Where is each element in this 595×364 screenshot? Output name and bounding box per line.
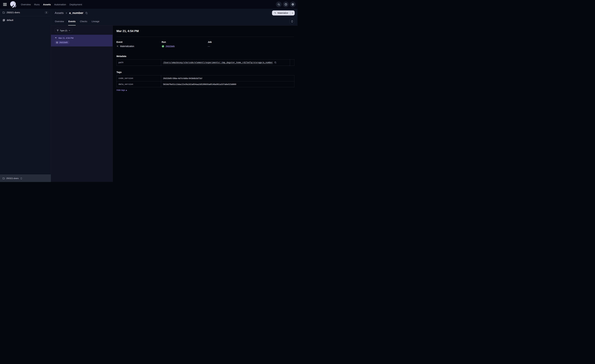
search-icon[interactable] [276,1,282,7]
event-list-item-selected[interactable]: Mar 21, 4:54 PM 2fd32b85 [51,35,113,47]
asset-group-icon [2,19,5,21]
nav-item-deployment[interactable]: Deployment [70,3,82,6]
copy-asset-name-icon[interactable] [85,11,88,15]
job-column: Job — [208,41,294,48]
metadata-key: path [117,60,161,66]
tab-events[interactable]: Events [68,17,76,25]
materialize-button[interactable]: Materialize [272,10,290,15]
footer-location-name: 250321-dvers [6,177,19,180]
materialize-dropdown-caret-icon[interactable]: ▾ [290,10,295,15]
table-end-cell [290,60,294,66]
asset-name: a_number [69,11,83,15]
nav-item-assets[interactable]: Assets [43,3,51,6]
dagster-logo-icon[interactable] [9,1,17,8]
asset-catalog-sidebar: 250321-dvers 1 default 250321-dvers [0,9,51,182]
job-col-label: Job [208,41,294,43]
run-target-icon [56,42,58,44]
sidebar-item-group-default[interactable]: default [0,16,51,24]
breadcrumb-assets-link[interactable]: Assets [55,11,64,15]
run-id-link[interactable]: 2fd32b85 [166,45,175,48]
chevron-right-icon [65,12,68,14]
refresh-icon[interactable] [289,19,295,24]
table-row: path /Users/smackesey/stm/code/elementl/… [117,60,294,66]
run-column: Run 2fd32b85 [162,41,208,48]
tag-value: 2fd32b85-59be-4d7d-8d6e-943b6b3d73cf [163,77,202,79]
help-icon[interactable] [283,1,289,7]
asset-count-badge: 1 [44,11,48,14]
tab-overview[interactable]: Overview [55,17,64,25]
filter-label: Type (2) [60,29,67,32]
hide-tags-label: Hide tags [116,89,125,91]
asset-tabs: Overview Events Checks Lineage [51,17,298,25]
table-row: code_version 2fd32b85-59be-4d7d-8d6e-943… [117,76,294,81]
folder-icon [2,177,5,180]
sidebar-spacer [0,24,51,175]
asset-page-header: Assets a_number Materialize ▾ [51,9,298,26]
materialize-label: Materialize [277,12,288,14]
caret-up-icon: ▲ [126,89,127,91]
tag-key: data_version [117,81,161,87]
detail-divider [116,37,294,37]
filter-funnel-icon [57,29,59,32]
tab-checks[interactable]: Checks [80,17,87,25]
menu-icon[interactable] [2,1,8,7]
hide-tags-link[interactable]: Hide tags ▲ [116,89,127,91]
tags-heading: Tags [116,71,294,73]
sidebar-item-code-location[interactable]: 250321-dvers 1 [0,9,51,16]
event-type-filter-button[interactable]: Type (2) [55,28,72,33]
event-type: Materialization [120,45,134,48]
chevron-down-icon [69,29,70,31]
top-nav: Overview Runs Assets Automation Deployme… [0,0,298,9]
event-column: Event Materialization [116,41,162,48]
folder-icon [2,11,5,14]
materialization-sparkle-icon [55,37,57,39]
materialization-sparkle-icon [116,45,119,48]
event-col-label: Event [116,41,162,43]
nav-item-overview[interactable]: Overview [21,3,31,6]
events-list-panel: Type (2) Mar 21, 4:54 PM [51,26,113,182]
tags-table: code_version 2fd32b85-59be-4d7d-8d6e-943… [116,75,294,87]
event-run-id: 2fd32b85 [59,41,68,44]
table-row: data_version 5816d76e51c13dac22e3fa182a6… [117,81,294,87]
nav-item-runs[interactable]: Runs [34,3,40,6]
run-col-label: Run [162,41,208,43]
metadata-heading: Metadata [116,55,294,57]
metadata-path-link[interactable]: /Users/smackesey/stm/code/elementl/exper… [163,61,273,64]
sparkle-icon [274,12,276,14]
code-location-name: 250321-dvers [7,11,20,14]
copy-path-icon[interactable] [274,61,277,64]
event-detail-pane: Mar 21, 4:54 PM Event Materialization [113,26,298,182]
job-value: — [208,45,210,48]
reload-location-icon[interactable] [20,177,22,180]
tag-value: 5816d76e51c13dac22e3fa182a654aa2d526fb50… [163,83,236,85]
primary-nav: Overview Runs Assets Automation Deployme… [21,3,82,6]
sidebar-footer-code-location[interactable]: 250321-dvers [0,175,51,182]
event-summary-columns: Event Materialization Run [116,41,294,48]
tag-key: code_version [117,76,161,81]
run-success-check-icon [162,45,164,48]
event-timestamp: Mar 21, 4:54 PM [58,37,73,39]
metadata-table: path /Users/smackesey/stm/code/elementl/… [116,59,294,66]
settings-gear-icon[interactable] [290,1,296,7]
breadcrumb: Assets a_number Materialize ▾ [51,9,298,17]
nav-item-automation[interactable]: Automation [54,3,66,6]
tab-lineage[interactable]: Lineage [92,17,99,25]
materialize-split-button: Materialize ▾ [272,10,295,15]
event-detail-title: Mar 21, 4:54 PM [116,29,294,33]
group-name: default [7,19,13,21]
event-run-pill[interactable]: 2fd32b85 [55,41,69,44]
